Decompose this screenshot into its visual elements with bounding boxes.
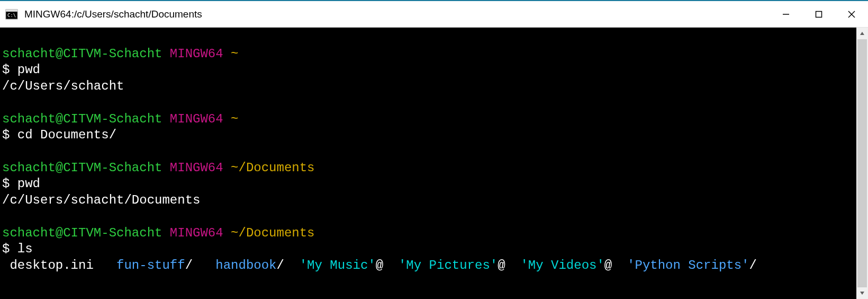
output-line: /c/Users/schacht (2, 78, 854, 95)
scrollbar[interactable] (856, 28, 868, 299)
command-line: $ pwd (2, 62, 854, 78)
env-label: MINGW64 (170, 226, 223, 240)
env-label: MINGW64 (170, 47, 223, 61)
scroll-track[interactable] (856, 39, 868, 287)
user-host: schacht@CITVM-Schacht (2, 112, 162, 126)
prompt-line: schacht@CITVM-Schacht MINGW64 ~ (2, 46, 854, 63)
scroll-down-arrow[interactable] (856, 287, 868, 299)
prompt-line: schacht@CITVM-Schacht MINGW64 ~ (2, 111, 854, 128)
output-segment: 'My Pictures' (399, 258, 498, 272)
prompt-line: schacht@CITVM-Schacht MINGW64 ~/Document… (2, 225, 854, 242)
output-segment: /c/Users/schacht (2, 79, 124, 93)
env-label: MINGW64 (170, 161, 223, 175)
output-segment: 'Python Scripts' (627, 258, 749, 272)
maximize-button[interactable] (802, 1, 835, 27)
svg-rect-4 (816, 11, 822, 17)
output-segment: /c/Users/schacht/Documents (2, 193, 200, 207)
window-title: MINGW64:/c/Users/schacht/Documents (24, 8, 770, 20)
output-segment: @ (498, 258, 520, 272)
output-segment: @ (604, 258, 627, 272)
close-button[interactable] (835, 1, 868, 27)
user-host: schacht@CITVM-Schacht (2, 226, 162, 240)
titlebar: C:\ MINGW64:/c/Users/schacht/Documents (0, 1, 868, 28)
scroll-thumb[interactable] (857, 39, 867, 287)
cwd-path: ~ (231, 112, 238, 126)
svg-marker-7 (860, 32, 864, 35)
command-line: $ ls (2, 241, 854, 258)
svg-rect-1 (6, 10, 17, 12)
user-host: schacht@CITVM-Schacht (2, 47, 162, 61)
window-controls (770, 1, 868, 27)
output-segment: / (185, 258, 216, 272)
output-segment: / (277, 258, 300, 272)
command-line: $ pwd (2, 176, 854, 192)
terminal-output[interactable]: schacht@CITVM-Schacht MINGW64 ~$ pwd/c/U… (0, 28, 856, 299)
cwd-path: ~ (231, 47, 238, 61)
output-segment: 'My Videos' (520, 258, 604, 272)
cwd-path: ~/Documents (231, 161, 314, 175)
svg-marker-8 (860, 292, 864, 295)
output-segment: @ (376, 258, 399, 272)
cwd-path: ~/Documents (231, 226, 314, 240)
prompt-line: schacht@CITVM-Schacht MINGW64 ~/Document… (2, 160, 854, 177)
output-segment: handbook (215, 258, 276, 272)
output-segment: / (749, 258, 757, 272)
output-segment: fun-stuff (116, 258, 185, 272)
terminal-container: schacht@CITVM-Schacht MINGW64 ~$ pwd/c/U… (0, 28, 868, 299)
output-line: desktop.ini fun-stuff/ handbook/ 'My Mus… (2, 258, 854, 274)
command-line: $ cd Documents/ (2, 127, 854, 144)
scroll-up-arrow[interactable] (856, 28, 868, 39)
env-label: MINGW64 (170, 112, 223, 126)
output-segment: desktop.ini (2, 258, 116, 272)
svg-text:C:\: C:\ (7, 13, 16, 18)
output-line: /c/Users/schacht/Documents (2, 192, 854, 209)
minimize-button[interactable] (770, 1, 802, 27)
terminal-app-icon: C:\ (5, 8, 18, 21)
user-host: schacht@CITVM-Schacht (2, 161, 162, 175)
output-segment: 'My Music' (300, 258, 376, 272)
